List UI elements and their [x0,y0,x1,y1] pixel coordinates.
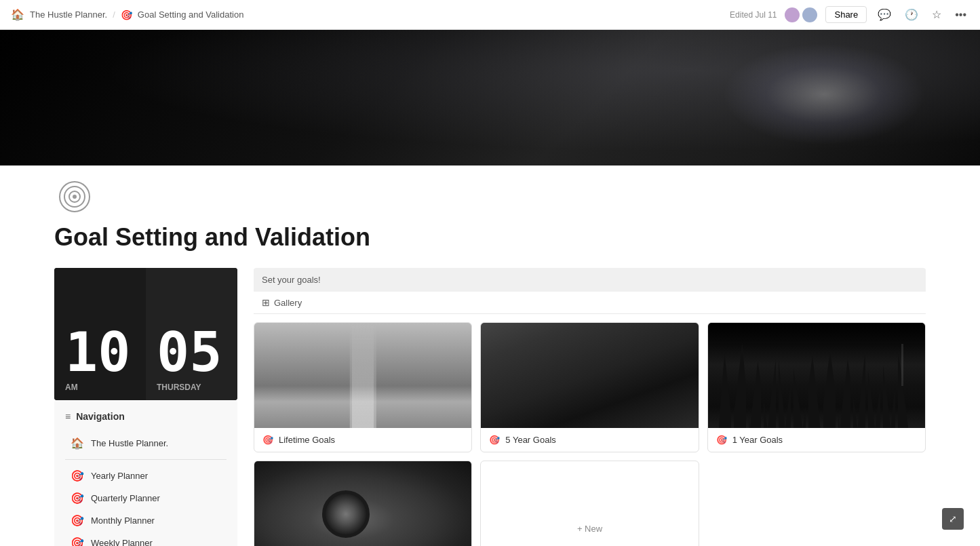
page-title-area: Goal Setting and Validation [0,222,980,268]
goal-card-footer-one-year: 🎯 1 Year Goals [708,428,925,452]
topbar: 🏠 The Hustle Planner. / 🎯 Goal Setting a… [0,0,980,30]
history-button[interactable]: 🕐 [902,5,921,24]
goal-card-footer-five-year: 🎯 5 Year Goals [481,428,698,452]
nav-icon-home: 🏠 [71,437,84,450]
nav-item-weekly[interactable]: 🎯 Weekly Planner [65,532,227,546]
goal-card-one-year[interactable]: 🎯 1 Year Goals [707,322,926,452]
goals-section: Set your goals! ⊞ Gallery 🎯 Lifetime Goa… [254,268,926,546]
nav-item-home[interactable]: 🏠 The Hustle Planner. [65,433,227,454]
goal-image-city [708,323,925,428]
nav-item-yearly[interactable]: 🎯 Yearly Planner [65,465,227,486]
breadcrumb-parent[interactable]: The Hustle Planner. [30,9,107,20]
goal-label-one-year: 1 Year Goals [732,435,783,445]
goal-icon-lifetime: 🎯 [262,435,273,445]
goals-grid: 🎯 Lifetime Goals 🎯 5 Year Goals [254,322,926,546]
nav-widget: ≡ Navigation 🏠 The Hustle Planner. 🎯 Yea… [54,400,237,546]
nav-header: ≡ Navigation [65,411,227,422]
gallery-icon: ⊞ [262,297,270,308]
nav-icon-quarterly: 🎯 [71,492,84,505]
left-widget: 10 AM 05 THURSDAY ≡ Navigation 🏠 [54,268,237,546]
more-button[interactable]: ••• [952,6,969,24]
breadcrumb-icon: 🎯 [121,9,132,20]
page-icon [54,176,95,217]
goal-card-five-year[interactable]: 🎯 5 Year Goals [480,322,699,452]
topbar-right: Edited Jul 11 Share 💬 🕐 ☆ ••• [730,5,969,24]
app-logo-icon: 🏠 [11,8,24,21]
breadcrumb-separator: / [113,9,115,20]
share-button[interactable]: Share [825,6,867,23]
nav-icon-monthly: 🎯 [71,514,84,527]
nav-item-quarterly[interactable]: 🎯 Quarterly Planner [65,488,227,509]
two-col-layout: 10 AM 05 THURSDAY ≡ Navigation 🏠 [0,268,980,546]
new-card[interactable]: + New [480,461,699,546]
main-layout: Goal Setting and Validation 10 AM 05 THU… [0,0,980,546]
goal-label-five-year: 5 Year Goals [505,435,555,445]
edited-label: Edited Jul 11 [730,10,777,20]
nav-label-quarterly: Quarterly Planner [91,493,160,503]
goal-label-lifetime: Lifetime Goals [279,435,335,445]
goal-image-road [254,323,471,428]
goal-image-keyboard [481,323,698,428]
clock-hour: 10 [65,326,135,380]
nav-divider [65,459,227,460]
goal-icon-one-year: 🎯 [716,435,727,445]
nav-label-home: The Hustle Planner. [91,438,168,448]
nav-label-yearly: Yearly Planner [91,471,148,481]
hero-banner [0,30,980,165]
topbar-left: 🏠 The Hustle Planner. / 🎯 Goal Setting a… [11,8,243,21]
breadcrumb-current: Goal Setting and Validation [138,9,244,20]
content-area: Goal Setting and Validation 10 AM 05 THU… [0,30,980,546]
nav-header-label: Navigation [76,411,125,422]
clock-minute: 05 [157,326,227,380]
clock-display: 10 AM 05 THURSDAY [54,268,237,400]
goals-header: Set your goals! [254,268,926,292]
avatar-group [785,7,817,22]
avatar-1 [785,7,800,22]
clock-minute-panel: 05 THURSDAY [146,268,237,400]
goal-card-three-month[interactable]: 🎯 3 Month Goals [254,461,472,546]
gallery-label: Gallery [274,298,302,308]
nav-label-weekly: Weekly Planner [91,538,153,546]
nav-icon-weekly: 🎯 [71,537,84,546]
clock-ampm: AM [65,383,135,392]
bottom-right-icon: ⤢ [949,513,957,524]
nav-header-icon: ≡ [65,411,71,422]
avatar-2 [802,7,817,22]
page-title: Goal Setting and Validation [54,222,926,252]
goal-card-footer-lifetime: 🎯 Lifetime Goals [254,428,471,452]
comment-button[interactable]: 💬 [875,5,894,24]
goal-card-lifetime[interactable]: 🎯 Lifetime Goals [254,322,472,452]
goal-image-camera [254,461,471,546]
clock-day: THURSDAY [157,383,227,392]
nav-icon-yearly: 🎯 [71,469,84,482]
nav-item-monthly[interactable]: 🎯 Monthly Planner [65,510,227,531]
gallery-bar[interactable]: ⊞ Gallery [254,292,926,314]
nav-label-monthly: Monthly Planner [91,515,155,526]
goal-icon-five-year: 🎯 [489,435,500,445]
clock-hour-panel: 10 AM [54,268,146,400]
svg-point-3 [73,195,77,199]
favorite-button[interactable]: ☆ [929,5,944,24]
new-card-label: + New [577,524,602,534]
bottom-right-action[interactable]: ⤢ [942,508,964,530]
